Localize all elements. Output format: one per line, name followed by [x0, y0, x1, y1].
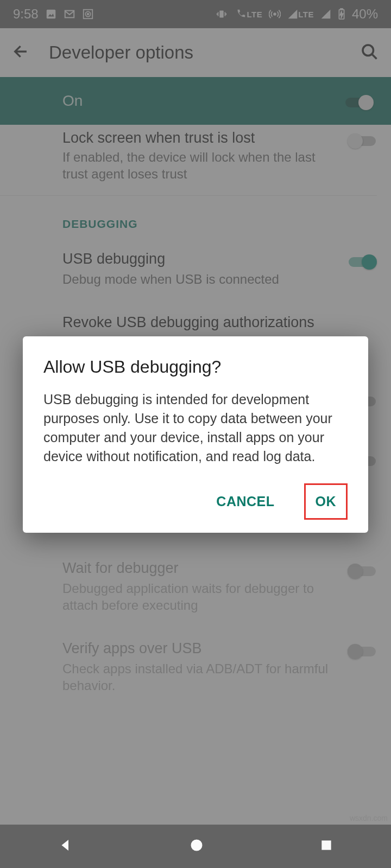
navigation-bar	[0, 825, 391, 868]
dialog-body: USB debugging is intended for developmen…	[43, 390, 348, 466]
usb-debugging-dialog: Allow USB debugging? USB debugging is in…	[23, 336, 368, 533]
nav-home-icon[interactable]	[189, 838, 204, 855]
nav-recents-icon[interactable]	[319, 838, 333, 854]
modal-overlay[interactable]: Allow USB debugging? USB debugging is in…	[0, 0, 391, 868]
cancel-button[interactable]: CANCEL	[206, 485, 284, 518]
ok-button[interactable]: OK	[304, 483, 348, 520]
svg-rect-13	[321, 840, 331, 850]
watermark: wsxdn.com	[350, 814, 388, 822]
svg-point-12	[191, 840, 203, 851]
nav-back-icon[interactable]	[58, 837, 74, 856]
dialog-title: Allow USB debugging?	[43, 357, 348, 377]
